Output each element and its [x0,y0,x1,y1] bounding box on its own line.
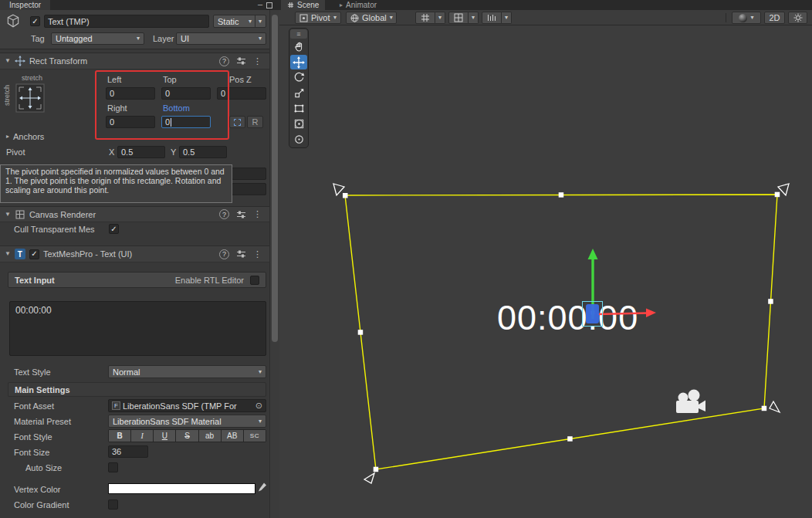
font-size-field[interactable]: 36 [108,445,148,458]
presets-icon[interactable] [236,210,246,219]
object-picker-icon[interactable]: ⊙ [255,401,262,411]
minimize-icon[interactable]: – [258,0,262,8]
rect-tool[interactable] [290,101,307,116]
bold-button[interactable]: B [109,430,130,442]
bottom-field[interactable]: 0 [161,116,211,128]
material-preset-label: Material Preset [14,417,71,426]
anchors-foldout[interactable]: ▸ Anchors [6,132,44,141]
uppercase-button[interactable]: AB [222,430,243,442]
component-enabled-checkbox[interactable]: ✓ [29,249,39,259]
vertex-color-swatch[interactable] [108,483,255,494]
check-icon: ✓ [110,225,117,233]
gameobject-name-field[interactable]: Text (TMP) [44,15,209,28]
grid-icon [421,13,430,22]
presets-icon[interactable] [236,56,246,66]
global-mode-dropdown[interactable]: Global ▾ [346,12,397,24]
help-icon[interactable]: ? [219,56,229,66]
pivot-mode-dropdown[interactable]: Pivot ▾ [295,12,341,24]
grid-snap-button[interactable] [448,12,469,24]
cull-transparent-mesh-checkbox[interactable]: ✓ [109,224,119,234]
text-caret [171,118,171,127]
tab-animator[interactable]: ▸ Animator [333,0,383,10]
scrollbar-thumb[interactable] [272,15,278,342]
gameobject-active-checkbox[interactable]: ✓ [30,16,40,26]
text-style-label: Text Style [14,367,51,377]
component-title: Rect Transform [29,56,87,66]
chevron-down-icon: ▾ [750,15,753,21]
raw-edit-button[interactable]: R [247,116,263,128]
shading-mode-dropdown[interactable]: ▾ [732,12,761,24]
presets-icon[interactable] [236,249,246,259]
snap-increment-button[interactable] [482,12,502,24]
italic-button[interactable]: I [131,430,153,442]
right-label: Right [107,103,127,113]
smallcaps-button[interactable]: SC [244,430,266,442]
grid-snap-arrow[interactable]: ▾ [469,12,479,24]
text-input-area[interactable]: 00:00:00 [9,301,266,356]
color-gradient-checkbox[interactable] [108,499,118,510]
strikethrough-button[interactable]: S [176,430,198,442]
top-field[interactable]: 0 [161,87,211,100]
canvas-renderer-header[interactable]: ▼ Canvas Renderer ? ⋮ [0,206,269,222]
help-icon[interactable]: ? [219,209,229,219]
pivot-y-field[interactable]: 0.5 [179,146,227,158]
foldout-open-icon[interactable]: ▼ [5,251,11,257]
inspector-scrollbar[interactable] [269,10,279,518]
main-settings-bar[interactable]: Main Settings [8,382,266,397]
font-style-label: Font Style [14,432,52,442]
tag-label: Tag [31,34,45,43]
chevron-down-icon: ▾ [390,15,393,21]
kebab-menu-icon[interactable]: ⋮ [253,56,262,66]
enable-rtl-toggle[interactable] [250,276,259,285]
tab-inspector[interactable]: Inspector [0,0,50,10]
scale-field-partial[interactable] [232,183,266,195]
kebab-menu-icon[interactable]: ⋮ [253,209,262,219]
anchor-stretch-side-label: stretch [3,85,11,106]
custom-tool[interactable] [290,132,307,147]
hand-tool[interactable] [290,39,307,54]
material-preset-dropdown[interactable]: LiberationSans SDF Material ▾ [108,415,266,428]
left-field[interactable]: 0 [106,87,155,100]
snap-increment-arrow[interactable]: ▾ [502,12,512,24]
chevron-down-icon: ▾ [259,19,262,25]
2d-mode-button[interactable]: 2D [764,12,785,24]
scale-tool[interactable] [290,86,307,100]
overlay-menu-handle[interactable]: ≡ [290,29,307,39]
auto-size-checkbox[interactable] [108,462,118,472]
foldout-open-icon[interactable]: ▼ [5,212,11,218]
anchor-preset-widget[interactable] [15,83,45,113]
font-asset-object-field[interactable]: F LiberationSans SDF (TMP For ⊙ [108,399,266,412]
window-restore-icon[interactable] [266,2,272,8]
blueprint-mode-button[interactable] [229,116,245,128]
foldout-open-icon[interactable]: ▼ [5,58,11,64]
lowercase-button[interactable]: ab [199,430,221,442]
right-field[interactable]: 0 [106,116,155,128]
rotation-field-partial[interactable] [232,168,266,180]
grid-visibility-arrow[interactable]: ▾ [435,12,445,24]
posz-field[interactable]: 0 [217,87,266,100]
grid-visibility-button[interactable] [415,12,435,24]
static-dropdown[interactable]: Static ▾ ▾ [213,15,266,28]
kebab-menu-icon[interactable]: ⋮ [253,249,262,259]
tab-inspector-label: Inspector [9,1,41,9]
transform-tool[interactable] [290,117,307,131]
scene-lighting-button[interactable] [788,12,807,24]
layer-dropdown[interactable]: UI ▾ [176,32,266,45]
tag-dropdown[interactable]: Untagged ▾ [51,32,144,45]
tab-scene[interactable]: Scene [281,0,325,10]
rect-transform-header[interactable]: ▼ Rect Transform ? ⋮ [0,52,269,69]
chevron-down-icon: ▾ [438,15,442,21]
rotate-tool[interactable] [290,70,307,85]
underline-button[interactable]: U [154,430,175,442]
help-icon[interactable]: ? [219,249,229,259]
left-label: Left [107,75,121,84]
text-style-dropdown[interactable]: Normal ▾ [108,365,266,378]
snap-increment-icon [487,13,496,22]
textmeshpro-header[interactable]: ▼ T ✓ TextMeshPro - Text (UI) ? ⋮ [0,245,269,262]
move-tool[interactable] [290,55,307,69]
chevron-down-icon: ▾ [259,36,262,42]
eyedropper-icon[interactable] [258,482,267,493]
play-icon: ▸ [340,2,343,8]
font-asset-label: Font Asset [14,401,54,411]
pivot-x-field[interactable]: 0.5 [117,146,165,158]
